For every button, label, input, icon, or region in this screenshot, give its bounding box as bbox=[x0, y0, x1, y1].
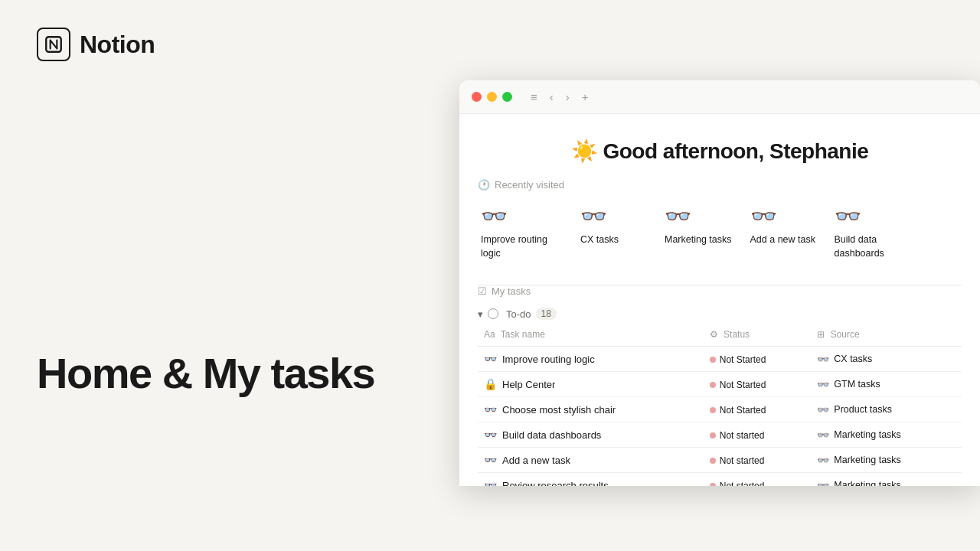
status-cell: Not started bbox=[704, 448, 812, 473]
status-dot bbox=[710, 483, 716, 487]
task-name-cell: 👓Build data dashboards bbox=[478, 422, 704, 448]
status-cell: Not started bbox=[704, 422, 812, 448]
card-label-1: CX tasks bbox=[580, 233, 619, 247]
task-name-text: Review research results bbox=[502, 480, 609, 487]
status-dot bbox=[710, 458, 716, 464]
task-name-cell: 👓Review research results bbox=[478, 473, 704, 487]
th-task-name: Aa Task name bbox=[478, 326, 704, 347]
maximize-button[interactable] bbox=[502, 92, 512, 102]
th-task-name-label: Task name bbox=[501, 329, 545, 340]
status-text: Not started bbox=[720, 481, 765, 487]
close-button[interactable] bbox=[472, 92, 482, 102]
source-content: 👓GTM tasks bbox=[817, 379, 956, 390]
card-icon-2: 👓 bbox=[665, 206, 691, 227]
th-source: ⊞ Source bbox=[811, 326, 962, 347]
title-bar: ≡ ‹ › + bbox=[459, 80, 980, 114]
status-badge: Not started bbox=[710, 455, 765, 466]
table-row[interactable]: 👓Review research resultsNot started👓Mark… bbox=[478, 473, 962, 487]
task-name-cell: 👓Improve routing logic bbox=[478, 347, 704, 372]
minimize-button[interactable] bbox=[487, 92, 497, 102]
status-cell: Not Started bbox=[704, 397, 812, 422]
card-icon-3: 👓 bbox=[750, 206, 777, 227]
card-add-new-task[interactable]: 👓 Add a new task bbox=[741, 200, 825, 266]
source-content: 👓Marketing tasks bbox=[817, 480, 956, 487]
card-label-2: Marketing tasks bbox=[665, 233, 732, 247]
source-content: 👓Product tasks bbox=[817, 404, 956, 416]
status-badge: Not Started bbox=[710, 354, 766, 365]
back-button[interactable]: ‹ bbox=[547, 89, 557, 105]
source-text: CX tasks bbox=[834, 354, 872, 364]
status-cell: Not Started bbox=[704, 347, 812, 372]
greeting-section: ☀️ Good afternoon, Stephanie bbox=[459, 114, 980, 179]
task-name-text: Help Center bbox=[502, 379, 555, 390]
task-icon: 👓 bbox=[484, 479, 497, 486]
source-icon: 👓 bbox=[817, 354, 829, 365]
todo-label: To-do bbox=[506, 308, 531, 320]
source-text: GTM tasks bbox=[834, 379, 880, 390]
recently-visited-label: Recently visited bbox=[495, 179, 564, 191]
recently-visited-cards: 👓 Improve routing logic 👓 CX tasks 👓 Mar… bbox=[459, 200, 980, 285]
source-icon: 👓 bbox=[817, 429, 829, 441]
card-improve-routing[interactable]: 👓 Improve routing logic bbox=[472, 200, 571, 266]
th-aa-icon: Aa bbox=[484, 329, 495, 340]
status-dot bbox=[710, 432, 716, 439]
table-row[interactable]: 👓Choose most stylish chairNot Started👓Pr… bbox=[478, 397, 962, 422]
card-icon-4: 👓 bbox=[835, 206, 861, 227]
status-text: Not Started bbox=[720, 354, 766, 365]
source-icon: 👓 bbox=[817, 455, 829, 466]
task-name-text: Improve routing logic bbox=[502, 354, 595, 365]
task-icon: 🔒 bbox=[484, 378, 497, 390]
status-cell: Not Started bbox=[704, 372, 812, 397]
clock-icon: 🕐 bbox=[478, 179, 490, 191]
source-cell: 👓Marketing tasks bbox=[811, 473, 962, 487]
task-icon: 👓 bbox=[484, 454, 497, 466]
main-content: ☀️ Good afternoon, Stephanie 🕐 Recently … bbox=[459, 114, 980, 486]
checkbox-icon: ☑ bbox=[478, 285, 487, 297]
greeting-text: ☀️ Good afternoon, Stephanie bbox=[571, 139, 869, 163]
forward-button[interactable]: › bbox=[563, 89, 573, 105]
left-panel: Notion Home & My tasks bbox=[0, 0, 452, 551]
table-row[interactable]: 👓Add a new taskNot started👓Marketing tas… bbox=[478, 448, 962, 473]
my-tasks-section: ☑ My tasks ▾ To-do 18 Aa Task name bbox=[459, 285, 980, 486]
notion-logo: Notion bbox=[37, 28, 415, 61]
card-marketing-tasks[interactable]: 👓 Marketing tasks bbox=[655, 200, 741, 266]
table-row[interactable]: 🔒Help CenterNot Started👓GTM tasks bbox=[478, 372, 962, 397]
source-text: Marketing tasks bbox=[834, 429, 901, 440]
source-icon: 👓 bbox=[817, 480, 829, 487]
table-row[interactable]: 👓Build data dashboardsNot started👓Market… bbox=[478, 422, 962, 448]
my-tasks-label: My tasks bbox=[492, 285, 531, 297]
status-badge: Not started bbox=[710, 481, 765, 487]
source-content: 👓CX tasks bbox=[817, 354, 956, 365]
source-text: Product tasks bbox=[834, 404, 892, 415]
th-source-label: Source bbox=[831, 329, 860, 340]
task-icon: 👓 bbox=[484, 353, 497, 365]
source-content: 👓Marketing tasks bbox=[817, 455, 956, 466]
th-source-icon: ⊞ bbox=[817, 329, 825, 340]
hero-title: Home & My tasks bbox=[37, 349, 374, 398]
status-dot bbox=[710, 382, 716, 388]
status-text: Not started bbox=[720, 430, 765, 441]
tasks-table: Aa Task name ⚙ Status ⊞ Source bbox=[478, 326, 962, 486]
card-cx-tasks[interactable]: 👓 CX tasks bbox=[571, 200, 655, 266]
todo-count-badge: 18 bbox=[536, 308, 557, 320]
card-icon-1: 👓 bbox=[580, 206, 607, 227]
source-cell: 👓GTM tasks bbox=[811, 372, 962, 397]
traffic-lights bbox=[472, 92, 512, 102]
recently-visited-header: 🕐 Recently visited bbox=[459, 179, 980, 200]
task-name-cell: 🔒Help Center bbox=[478, 372, 704, 397]
status-dot bbox=[710, 407, 716, 413]
table-row[interactable]: 👓Improve routing logicNot Started👓CX tas… bbox=[478, 347, 962, 372]
source-cell: 👓Product tasks bbox=[811, 397, 962, 422]
status-cell: Not started bbox=[704, 473, 812, 487]
task-name-text: Build data dashboards bbox=[502, 429, 601, 441]
add-button[interactable]: + bbox=[579, 89, 592, 105]
circle-icon bbox=[488, 308, 498, 319]
card-label-0: Improve routing logic bbox=[481, 233, 562, 260]
sidebar-toggle-button[interactable]: ≡ bbox=[528, 89, 541, 105]
title-bar-controls: ≡ ‹ › + bbox=[528, 89, 592, 105]
card-label-4: Build data dashboards bbox=[835, 233, 916, 260]
card-build-data-dashboards[interactable]: 👓 Build data dashboards bbox=[825, 200, 925, 266]
table-header-row: Aa Task name ⚙ Status ⊞ Source bbox=[478, 326, 962, 347]
status-dot bbox=[710, 357, 716, 363]
status-badge: Not Started bbox=[710, 405, 766, 416]
